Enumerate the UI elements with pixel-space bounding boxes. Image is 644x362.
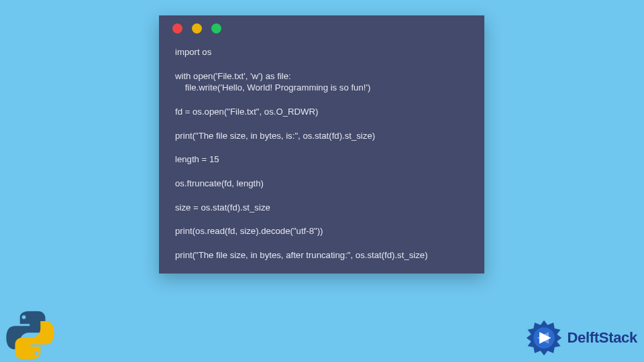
python-logo-icon	[0, 308, 60, 362]
zoom-icon[interactable]	[211, 23, 221, 34]
code-window: import os with open('File.txt', 'w') as …	[159, 15, 484, 274]
brand-badge: DelftStack	[525, 319, 637, 357]
window-titlebar	[159, 15, 484, 41]
minimize-icon[interactable]	[192, 23, 202, 34]
close-icon[interactable]	[172, 23, 182, 34]
brand-name: DelftStack	[567, 329, 637, 347]
brand-gear-icon	[525, 319, 563, 357]
code-block: import os with open('File.txt', 'w') as …	[159, 41, 484, 261]
svg-point-1	[35, 351, 39, 355]
svg-point-0	[22, 315, 26, 319]
